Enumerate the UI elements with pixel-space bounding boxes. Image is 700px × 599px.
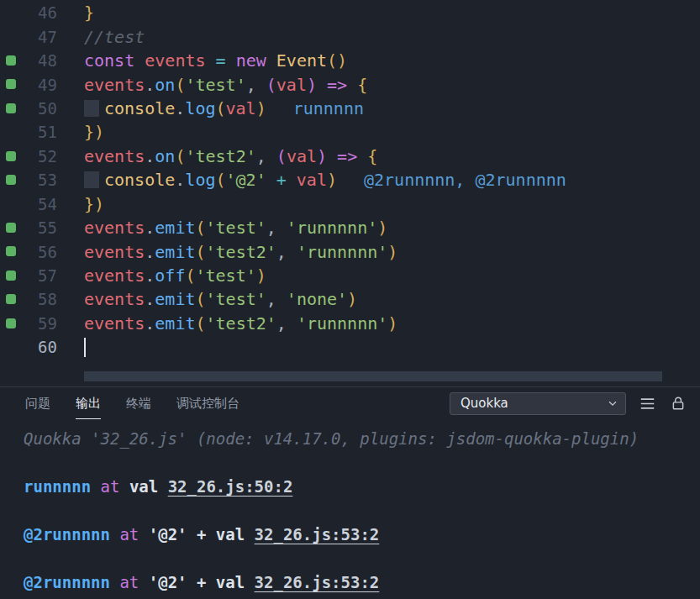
output-text: @2runnnnn	[24, 525, 110, 544]
source-link[interactable]: 32_26.js:50:2	[168, 477, 293, 496]
code-token: (	[195, 242, 205, 262]
code-token: .	[145, 146, 155, 166]
panel-tab[interactable]: 调试控制台	[176, 387, 239, 419]
code-editor[interactable]: 46}47//test48const events = new Event()4…	[0, 0, 700, 386]
code-token: (	[195, 218, 205, 238]
code-token: (	[215, 170, 225, 190]
line-number[interactable]: 51	[0, 123, 57, 141]
indent-highlight	[84, 100, 99, 117]
coverage-marker-icon	[6, 79, 16, 89]
line-number[interactable]: 54	[0, 195, 57, 213]
source-link[interactable]: 32_26.js:53:2	[255, 573, 380, 591]
panel-tab[interactable]: 输出	[76, 387, 101, 419]
output-text	[245, 525, 254, 544]
output-text	[119, 477, 129, 496]
code-token: 'test'	[206, 289, 266, 309]
code-line[interactable]: 50console.log(val)runnnnn	[0, 97, 700, 120]
code-token: emit	[155, 242, 195, 262]
code-token: .	[175, 170, 185, 190]
quokka-inline-value: runnnnn	[293, 98, 364, 118]
panel-tab[interactable]: 问题	[25, 387, 50, 419]
code-token: =>	[337, 146, 357, 166]
code-token: (	[266, 75, 276, 95]
code-token	[327, 146, 337, 166]
code-token: .	[145, 75, 155, 95]
code-token: Event	[276, 50, 327, 71]
code-token: .	[145, 218, 155, 238]
code-text: //test	[84, 27, 145, 47]
output-line: runnnnn at val 32_26.js:50:2	[24, 474, 700, 499]
line-number[interactable]: 47	[0, 28, 57, 46]
code-token: events	[84, 265, 145, 286]
output-channel-select[interactable]: Quokka	[450, 392, 626, 415]
code-text: events.on('test', (val) => {	[84, 75, 367, 95]
code-line[interactable]: 57events.off('test')	[0, 264, 700, 287]
output-text: runnnnn	[24, 477, 91, 496]
code-line[interactable]: 49events.on('test', (val) => {	[0, 72, 700, 96]
panel-tab[interactable]: 终端	[126, 387, 151, 419]
output-area: Quokka '32_26.js' (node: v14.17.0, plugi…	[0, 419, 700, 595]
code-token	[357, 146, 367, 166]
code-token: 'test2'	[206, 242, 276, 262]
code-text: }	[84, 3, 94, 23]
code-token: 'test'	[206, 218, 266, 238]
code-text: console.log(val)runnnnn	[84, 98, 364, 118]
code-line[interactable]: 53console.log('@2' + val)@2runnnnn, @2ru…	[0, 168, 700, 192]
code-token: .	[145, 313, 155, 334]
code-line[interactable]: 55events.emit('test', 'runnnnn')	[0, 216, 700, 239]
code-line[interactable]: 48const events = new Event()	[0, 49, 700, 72]
code-line[interactable]: 58events.emit('test', 'none')	[0, 287, 700, 311]
code-line[interactable]: 51})	[0, 120, 700, 144]
code-line[interactable]: 47//test	[0, 24, 700, 48]
code-token: events	[84, 289, 145, 309]
output-text	[245, 573, 254, 591]
code-token: )	[387, 242, 397, 262]
output-text	[139, 573, 148, 591]
code-token: on	[155, 146, 175, 166]
output-line: @2runnnnn at '@2' + val 32_26.js:53:2	[24, 522, 700, 547]
output-text: @2runnnnn	[24, 573, 110, 591]
code-token: )	[256, 98, 266, 118]
code-text: })	[84, 194, 104, 214]
coverage-marker-icon	[6, 103, 16, 113]
code-token: console	[104, 98, 175, 118]
line-number[interactable]: 60	[0, 338, 57, 356]
code-token: ,	[266, 289, 287, 309]
code-token: 'test2'	[185, 146, 255, 166]
output-text: '@2' + val	[149, 525, 245, 544]
code-token: (	[175, 75, 185, 95]
code-token	[226, 50, 236, 71]
code-text: events.on('test2', (val) => {	[84, 146, 377, 166]
output-text	[110, 525, 119, 544]
coverage-marker-icon	[6, 318, 16, 328]
code-line[interactable]: 60	[0, 335, 700, 359]
horizontal-scrollbar[interactable]	[0, 370, 700, 382]
scrollbar-thumb[interactable]	[84, 371, 662, 381]
code-token: (	[195, 313, 205, 334]
vscode-window: 46}47//test48const events = new Event()4…	[0, 0, 700, 599]
output-text	[139, 525, 148, 544]
code-token: val	[276, 75, 307, 95]
code-line[interactable]: 46}	[0, 1, 700, 24]
output-text: at	[119, 573, 139, 591]
code-line[interactable]: 56events.emit('test2', 'runnnnn')	[0, 239, 700, 263]
indent-highlight	[84, 171, 99, 188]
code-line[interactable]: 59events.emit('test2', 'runnnnn')	[0, 312, 700, 335]
code-token: new	[236, 50, 266, 71]
code-token: ,	[276, 242, 297, 262]
line-number[interactable]: 46	[0, 3, 57, 22]
code-token: ()	[327, 50, 347, 71]
clear-output-button[interactable]	[637, 393, 657, 413]
source-link[interactable]: 32_26.js:53:2	[255, 525, 380, 544]
output-text: at	[119, 525, 139, 544]
code-token: .	[145, 289, 155, 309]
code-token: val	[287, 146, 317, 166]
code-line[interactable]: 52events.on('test2', (val) => {	[0, 144, 700, 168]
code-token: )	[387, 313, 397, 334]
code-token	[287, 170, 297, 190]
code-token: .	[145, 265, 155, 286]
lock-scroll-button[interactable]	[668, 393, 688, 413]
code-token: emit	[155, 218, 195, 238]
code-token: emit	[155, 313, 195, 334]
code-line[interactable]: 54})	[0, 192, 700, 216]
